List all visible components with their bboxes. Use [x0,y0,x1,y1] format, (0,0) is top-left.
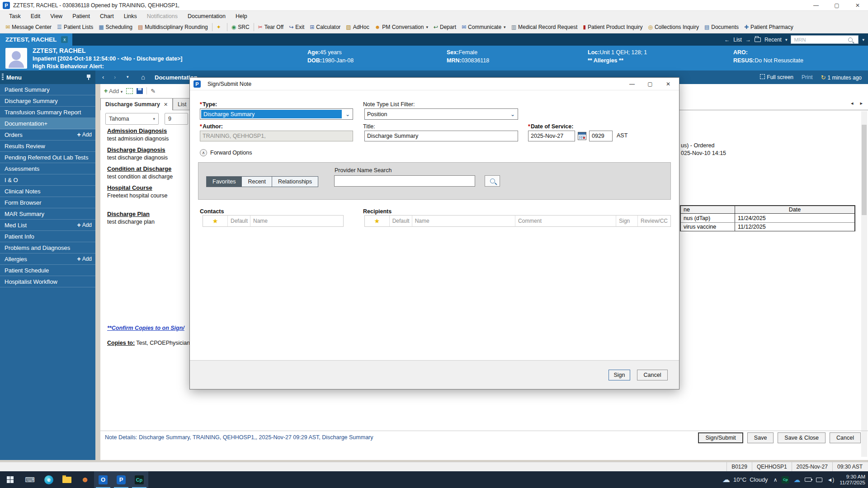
add-note-button[interactable]: + Add ▾ [104,87,123,94]
scrollbar-thumb[interactable] [862,125,867,215]
provider-search-tab[interactable]: Recent [242,176,272,187]
sidebar-item[interactable]: MAR Summary + [0,208,95,220]
taskbar-icon-outlook[interactable]: O [94,471,112,488]
paging-chevrons[interactable]: ◂ ▸ [851,100,865,106]
toolbar-button[interactable]: ↩ Depart [431,23,459,31]
menu-item[interactable]: Notifications [142,12,182,20]
toolbar-button[interactable] [212,23,212,31]
sidebar-item[interactable]: Documentation+ + [0,118,95,129]
vertical-scrollbar[interactable] [861,111,867,457]
full-screen-button[interactable]: Full screen [760,74,793,80]
window-minimize-button[interactable]: — [806,0,826,11]
font-family-select[interactable]: Tahoma▾ [105,113,159,125]
table-row[interactable]: virus vaccine 11/12/2025 [681,222,854,231]
forward-arrow-icon[interactable]: → [745,37,751,43]
sidebar-item[interactable]: Problems and Diagnoses + [0,242,95,253]
window-close-button[interactable]: ✕ [847,0,868,11]
list-button[interactable]: List [733,37,742,43]
sidebar-item[interactable]: Results Review + [0,141,95,152]
sidebar-item[interactable]: Orders +Add [0,129,95,141]
sidebar-item[interactable]: I & O + [0,174,95,186]
dialog-maximize-button[interactable]: ▢ [641,78,659,90]
dialog-close-button[interactable]: ✕ [659,78,677,90]
nav-back-icon[interactable]: ‹ [102,74,104,80]
sidebar-item[interactable]: Form Browser + [0,197,95,208]
recent-caret-icon[interactable]: ▾ [785,38,788,42]
volume-icon[interactable]: ◄) [827,477,834,483]
menu-item[interactable]: Documentation [183,12,230,20]
toolbar-button[interactable]: ☻ PM Conversation ▾ [372,23,431,31]
taskbar-icon-edge[interactable]: e [40,471,58,488]
cancel-button[interactable]: Cancel [637,370,668,380]
sidebar-item[interactable]: Transfusion Summary Report + [0,107,95,118]
taskbar-icon-file-explorer[interactable] [58,471,76,488]
date-of-service-field[interactable]: 2025-Nov-27 [528,131,575,141]
table-row[interactable]: nus (dTap) 11/24/2025 [681,214,854,222]
calendar-icon[interactable] [578,132,586,140]
sidebar-item[interactable]: Hospitalist Workflow + [0,276,95,287]
provider-search-tab[interactable]: Relationships [272,176,318,187]
toolbar-button[interactable]: ⊞ Calculator [307,23,343,31]
forward-options-toggle[interactable]: ∧ Forward Options [200,149,252,156]
toolbar-button[interactable]: ↪ Exit [286,23,307,31]
provider-search-tab[interactable]: Favorites [206,176,242,187]
sidebar-item[interactable]: Assessments + [0,163,95,174]
menu-item[interactable]: Task [5,12,25,20]
refresh-status[interactable]: ↻1 minutes ago [821,74,862,81]
toolbar-button[interactable]: ✉ Communicate ▾ [459,23,509,31]
patient-tab[interactable]: ZZTEST, RACHEL x [0,33,72,46]
sidebar-item[interactable]: Med List +Add [0,220,95,231]
save-icon[interactable] [137,88,143,94]
search-options-caret-icon[interactable]: ▾ [862,38,864,42]
sidebar-add-button[interactable]: +Add [77,255,92,263]
taskbar-icon-cerner-cp[interactable]: Cp [130,471,148,488]
toolbar-button[interactable]: ▥ Medical Record Request [509,23,580,31]
toolbar-button[interactable]: ▦ Scheduling [96,23,135,31]
toolbar-button[interactable]: ✚ Patient Pharmacy [741,23,796,31]
window-maximize-button[interactable]: ▢ [826,0,847,11]
menu-item[interactable]: Chart [95,12,118,20]
toolbar-button[interactable]: ✂ Tear Off [255,23,287,31]
search-icon[interactable] [848,38,853,42]
home-icon[interactable]: ⌂ [141,73,145,81]
sidebar-item[interactable]: Pending Referred Out Lab Tests + [0,152,95,163]
toolbar-button[interactable]: ▮ Patient Product Inquiry [580,23,645,31]
search-button[interactable]: ⌨ [20,471,40,488]
start-button[interactable] [0,471,20,488]
toolbar-button[interactable]: ✉ Message Center [3,23,54,31]
footer-button[interactable]: Cancel [830,432,861,443]
tray-chevron-icon[interactable]: ∧ [774,477,778,483]
menu-item[interactable]: Help [231,12,252,20]
toolbar-button[interactable]: ◉ SRC [229,23,252,31]
toolbar-button[interactable]: ▤ Documents [702,23,741,31]
selection-mode-icon[interactable] [126,88,133,94]
footer-button[interactable]: Sign/Submit [698,432,743,443]
toolbar-button[interactable] [254,23,254,31]
toolbar-button[interactable]: ▤ Multidisciplinary Rounding [135,23,211,31]
provider-name-search-input[interactable] [334,175,475,187]
footer-button[interactable]: Save [747,432,774,443]
note-type-filter-select[interactable]: Position ⌄ [364,108,518,120]
tray-cp-icon[interactable]: Cp [782,476,789,483]
weather-widget[interactable]: ☁ 10°C Cloudy [722,475,768,484]
network-icon[interactable] [816,478,822,482]
pin-icon[interactable] [86,75,91,80]
footer-button[interactable]: Save & Close [778,432,826,443]
dialog-minimize-button[interactable]: — [623,78,641,90]
battery-icon[interactable] [805,478,811,482]
nav-history-caret-icon[interactable]: ▾ [127,75,129,79]
taskbar-clock[interactable]: 9:30 AM 11/27/2025 [840,474,865,486]
type-select[interactable]: Discharge Summary ⌄ [200,108,353,120]
nav-forward-icon[interactable]: › [114,74,116,80]
sidebar-item[interactable]: Patient Summary + [0,84,95,95]
menu-item[interactable]: Patient [68,12,94,20]
sidebar-item[interactable]: Clinical Notes + [0,186,95,197]
onedrive-icon[interactable]: ☁ [793,476,800,484]
sidebar-add-button[interactable]: +Add [77,221,92,229]
font-size-select[interactable]: 9 [165,113,188,125]
sign-button[interactable]: Sign [609,370,630,380]
sidebar-item[interactable]: Allergies +Add [0,253,95,265]
taskbar-icon-powerchart[interactable]: P [112,471,130,488]
sidebar-item[interactable]: Patient Info + [0,231,95,242]
tab-discharge-summary[interactable]: Discharge Summary ✕ [100,98,173,110]
